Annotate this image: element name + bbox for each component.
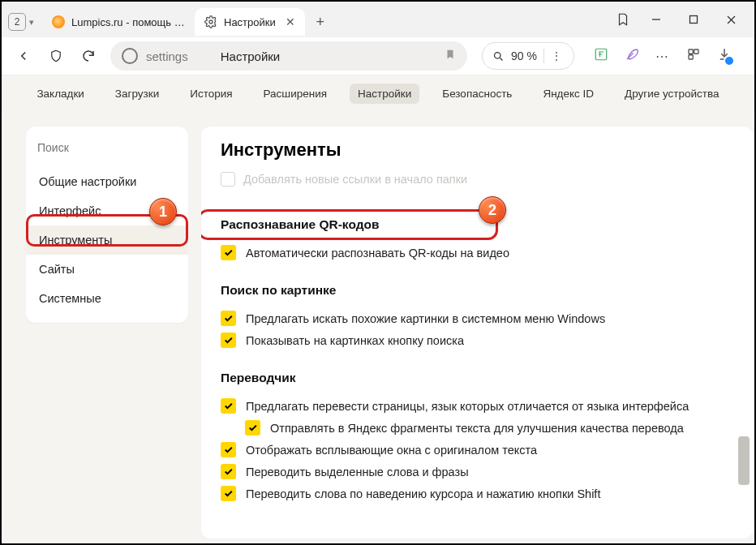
browser-tab-lumpics[interactable]: Lumpics.ru - помощь с ком — [42, 8, 195, 36]
chevron-down-icon[interactable]: ▾ — [29, 17, 34, 28]
svg-rect-2 — [690, 16, 698, 24]
reload-button[interactable] — [75, 42, 102, 70]
option-label: Предлагать перевести страницы, язык кото… — [246, 400, 689, 413]
option-qr-auto[interactable]: Автоматически распознавать QR-коды на ви… — [221, 242, 733, 264]
address-toolbar: settings Настройки 90 % ⋮ ⋯ — [2, 37, 754, 75]
topnav-yandex-id[interactable]: Яндекс ID — [535, 84, 602, 104]
window-minimize-button[interactable] — [638, 5, 675, 34]
checkbox-disabled-icon — [221, 172, 235, 187]
option-imgsearch-windows-menu[interactable]: Предлагать искать похожие картинки в сис… — [221, 307, 733, 329]
section-translator-title: Переводчик — [221, 371, 733, 385]
content-heading: Инструменты — [221, 139, 733, 161]
settings-content: Инструменты Добавлять новые ссылки в нач… — [201, 127, 753, 539]
checkbox-checked-icon[interactable] — [245, 420, 260, 436]
topnav-other-devices[interactable]: Другие устройства — [616, 84, 728, 104]
topnav-settings[interactable]: Настройки — [350, 84, 419, 104]
topnav-extensions[interactable]: Расширения — [256, 84, 336, 104]
shield-icon[interactable] — [42, 42, 70, 70]
option-imgsearch-show-button[interactable]: Показывать на картинках кнопку поиска — [221, 329, 733, 351]
downloads-icon[interactable] — [717, 47, 732, 65]
tab-count-box[interactable]: 2 — [8, 13, 26, 31]
back-button[interactable] — [10, 42, 37, 70]
topnav-security[interactable]: Безопасность — [434, 84, 520, 104]
tab-label: Lumpics.ru - помощь с ком — [71, 16, 185, 28]
sidebar-item-general[interactable]: Общие настройки — [26, 167, 188, 196]
svg-rect-10 — [689, 55, 693, 59]
sidebar-search-input[interactable] — [34, 136, 180, 159]
faded-previous-option: Добавлять новые ссылки в начало папки — [221, 169, 733, 198]
annotation-badge-1: 1 — [149, 198, 177, 225]
option-label: Переводить выделенные слова и фразы — [246, 466, 469, 478]
svg-line-6 — [500, 58, 502, 60]
search-icon — [492, 50, 505, 62]
close-icon[interactable]: ✕ — [286, 15, 295, 28]
annotation-badge-2: 2 — [479, 196, 506, 224]
checkbox-checked-icon[interactable] — [221, 464, 236, 479]
address-url: settings — [146, 49, 188, 63]
extensions-icon[interactable] — [686, 47, 701, 65]
window-titlebar: 2 ▾ Lumpics.ru - помощь с ком Настройки … — [2, 2, 754, 37]
address-field[interactable]: settings Настройки — [110, 41, 467, 71]
translate-icon[interactable] — [594, 47, 608, 65]
window-maximize-button[interactable] — [675, 5, 712, 34]
sidebar-item-tools[interactable]: Инструменты — [26, 225, 188, 255]
option-label: Переводить слова по наведению курсора и … — [246, 487, 600, 500]
settings-top-nav: Закладки Загрузки История Расширения Нас… — [2, 75, 754, 112]
sidebar-item-sites[interactable]: Сайты — [26, 255, 188, 284]
orange-favicon-icon — [52, 15, 65, 28]
option-translate-send-yandex[interactable]: Отправлять в Яндекс фрагменты текста для… — [245, 417, 733, 439]
yandex-circle-icon — [122, 48, 138, 64]
option-label: Автоматически распознавать QR-коды на ви… — [246, 247, 509, 260]
section-imgsearch-title: Поиск по картинке — [221, 283, 733, 298]
bookmark-flag-icon[interactable] — [445, 48, 456, 64]
checkbox-checked-icon[interactable] — [221, 311, 236, 326]
kebab-icon[interactable]: ⋮ — [551, 49, 564, 62]
zoom-control[interactable]: 90 % ⋮ — [482, 42, 574, 70]
svg-point-0 — [209, 20, 213, 24]
topnav-history[interactable]: История — [182, 84, 240, 104]
checkbox-checked-icon[interactable] — [221, 486, 236, 501]
page-title: Настройки — [221, 49, 281, 63]
window-close-button[interactable] — [712, 5, 750, 34]
zoom-value: 90 % — [511, 49, 537, 62]
more-icon[interactable]: ⋯ — [655, 49, 670, 64]
checkbox-checked-icon[interactable] — [221, 333, 236, 348]
option-label: Отображать всплывающие окна с оригиналом… — [246, 444, 537, 457]
tab-label: Настройки — [224, 16, 276, 28]
section-qr-title: Распознавание QR-кодов — [221, 217, 733, 232]
option-translate-offer[interactable]: Предлагать перевести страницы, язык кото… — [221, 395, 733, 417]
bookmark-ribbon-icon[interactable] — [608, 5, 638, 34]
topnav-bookmarks[interactable]: Закладки — [28, 84, 92, 104]
option-translate-selected[interactable]: Переводить выделенные слова и фразы — [221, 461, 733, 483]
option-label: Предлагать искать похожие картинки в сис… — [246, 312, 605, 325]
checkbox-checked-icon[interactable] — [221, 245, 236, 260]
browser-tab-settings[interactable]: Настройки ✕ — [195, 8, 305, 36]
gear-icon — [204, 15, 217, 28]
option-label: Показывать на картинках кнопку поиска — [246, 334, 464, 347]
scrollbar-thumb[interactable] — [738, 436, 750, 485]
checkbox-checked-icon[interactable] — [221, 398, 236, 414]
svg-point-5 — [495, 52, 501, 58]
checkbox-checked-icon[interactable] — [221, 442, 236, 457]
option-label: Отправлять в Яндекс фрагменты текста для… — [270, 422, 684, 435]
feather-icon[interactable] — [625, 47, 639, 65]
svg-rect-8 — [689, 49, 693, 54]
svg-rect-9 — [694, 49, 698, 54]
topnav-downloads[interactable]: Загрузки — [107, 84, 167, 104]
faded-label: Добавлять новые ссылки в начало папки — [243, 173, 467, 186]
option-translate-popup-original[interactable]: Отображать всплывающие окна с оригиналом… — [221, 439, 733, 461]
new-tab-button[interactable]: + — [310, 11, 331, 32]
option-translate-hover-shift[interactable]: Переводить слова по наведению курсора и … — [221, 483, 733, 504]
sidebar-item-system[interactable]: Системные — [26, 284, 188, 313]
